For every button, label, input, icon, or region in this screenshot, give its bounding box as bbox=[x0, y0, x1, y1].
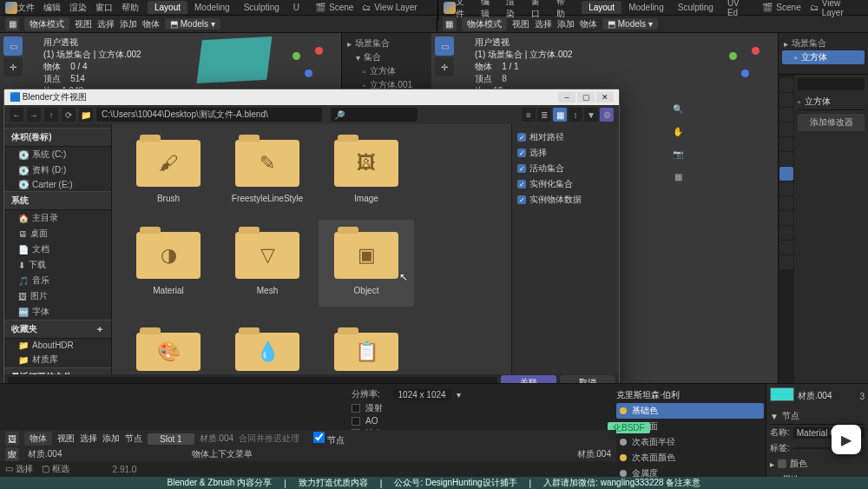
sidebar-section-system[interactable]: 系统 bbox=[4, 191, 111, 210]
mat-users[interactable]: 3 bbox=[859, 392, 865, 401]
tool-select[interactable]: ▭ 选择 bbox=[5, 463, 33, 475]
hdr-view[interactable]: 视图 bbox=[57, 433, 75, 445]
tool-select-box[interactable]: ▭ bbox=[3, 36, 23, 56]
menu-edit[interactable]: 编辑 bbox=[43, 2, 61, 14]
sys-item[interactable]: ⬇ 下载 bbox=[4, 257, 111, 273]
editor-type-icon[interactable]: ▦ bbox=[443, 17, 457, 31]
tool-cursor[interactable]: ✛ bbox=[3, 57, 23, 76]
opt-inst-coll[interactable]: ✓实例化集合 bbox=[517, 176, 614, 192]
max-button[interactable]: ▢ bbox=[577, 92, 595, 102]
nav-back-icon[interactable]: ← bbox=[10, 108, 23, 122]
hdr-node[interactable]: 节点 bbox=[125, 433, 142, 445]
resolution-row[interactable]: 分辨率: 1024 x 1024 ▾ bbox=[352, 387, 482, 401]
hdr-add[interactable]: 添加 bbox=[120, 18, 137, 30]
bake-opt[interactable]: 漫射 bbox=[352, 401, 482, 415]
use-nodes-toggle[interactable] bbox=[313, 432, 325, 443]
path-field[interactable]: C:\Users\10044\Desktop\测试文件-A.blend\ bbox=[96, 108, 322, 122]
mode-dropdown-2[interactable]: 物体模式 bbox=[462, 17, 507, 31]
editor-type-icon[interactable]: 🕸 bbox=[5, 447, 19, 461]
prop-tab-object[interactable] bbox=[779, 152, 793, 166]
prop-tab-constraint[interactable] bbox=[779, 211, 793, 225]
context-menu-link[interactable]: 物体上下文菜单 bbox=[192, 448, 253, 460]
mode-dropdown[interactable]: 物体模式 bbox=[24, 17, 69, 31]
new-folder-icon[interactable]: 📁 bbox=[79, 108, 93, 122]
prop-tab-view[interactable] bbox=[779, 108, 793, 122]
app-menu[interactable]: 文件 编辑 渲染 窗口 帮助 bbox=[17, 2, 139, 14]
tool-box[interactable]: ▢ 框选 bbox=[42, 463, 69, 475]
filter-icon[interactable]: ▼ bbox=[584, 108, 598, 122]
view-list-v-icon[interactable]: ≡ bbox=[522, 108, 536, 122]
viewlayer-selector[interactable]: 🗂 View Layer bbox=[362, 3, 417, 12]
min-button[interactable]: – bbox=[558, 92, 575, 102]
node-section-title[interactable]: 节点 bbox=[782, 410, 799, 422]
camera-icon[interactable]: 📷 bbox=[670, 146, 686, 162]
tab-sculpting[interactable]: Sculpting bbox=[237, 1, 286, 14]
channel-row[interactable]: 次表面半径 bbox=[616, 434, 764, 450]
folder-more-2[interactable]: 💧 bbox=[220, 312, 315, 374]
scene-selector-2[interactable]: 🎬 Scene bbox=[762, 3, 800, 12]
file-grid[interactable]: 🖌Brush ✎FreestyleLineStyle 🖼Image ◑Mater… bbox=[112, 124, 511, 374]
menu-render[interactable]: 渲染 bbox=[69, 2, 87, 14]
folder-more-1[interactable]: 🎨 bbox=[121, 312, 216, 374]
prop-tab-material[interactable] bbox=[779, 241, 793, 254]
volume-item[interactable]: 💽 资料 (D:) bbox=[4, 162, 111, 178]
tab-uv[interactable]: U bbox=[286, 1, 306, 14]
scene-selector[interactable]: 🎬 Scene bbox=[315, 3, 353, 12]
sys-item[interactable]: 🖥 桌面 bbox=[4, 226, 111, 241]
outliner-collection[interactable]: ▾ 集合 bbox=[345, 50, 428, 64]
sys-item[interactable]: 🎵 音乐 bbox=[4, 273, 111, 288]
sidebar-section-volumes[interactable]: 体积(卷标) bbox=[4, 128, 111, 147]
sys-item[interactable]: 🔤 字体 bbox=[4, 304, 111, 320]
sidebar-section-favorites[interactable]: 收藏夹＋ bbox=[4, 320, 111, 339]
hdr-add[interactable]: 添加 bbox=[102, 433, 120, 445]
editor-type-icon[interactable]: 🖼 bbox=[5, 432, 19, 446]
channel-row[interactable]: 次表面颜色 bbox=[616, 450, 764, 466]
tool-cursor[interactable]: ✛ bbox=[435, 57, 454, 76]
floating-action-button[interactable]: ▶ bbox=[832, 425, 861, 454]
prop-tab-texture[interactable] bbox=[779, 255, 793, 269]
opt-inst-obj[interactable]: ✓实例物体数据 bbox=[517, 192, 614, 208]
menu-window[interactable]: 窗口 bbox=[95, 2, 113, 14]
collection-dropdown[interactable]: ⬒ Models ▾ bbox=[165, 18, 220, 30]
prop-tab-particle[interactable] bbox=[779, 182, 793, 195]
volume-item[interactable]: 💽 Carter (E:) bbox=[4, 178, 111, 191]
material-swatch[interactable] bbox=[770, 387, 794, 401]
zoom-icon[interactable]: 🔍 bbox=[670, 101, 686, 116]
file-sidebar[interactable]: 体积(卷标) 💽 系统 (C:) 💽 资料 (D:) 💽 Carter (E:)… bbox=[4, 124, 112, 374]
slot-dropdown[interactable]: Slot 1 bbox=[148, 433, 194, 445]
workspace-tabs-2[interactable]: Layout Modeling Sculpting UV Ed bbox=[582, 0, 753, 19]
folder-object[interactable]: ▣Object bbox=[319, 220, 414, 307]
mode-dd[interactable]: 物体 bbox=[24, 432, 52, 446]
prop-tab-modifier[interactable] bbox=[779, 167, 793, 181]
folder-freestyle[interactable]: ✎FreestyleLineStyle bbox=[220, 128, 315, 215]
prop-tab-data[interactable] bbox=[779, 226, 793, 240]
outliner-item-2[interactable]: ▫ 立方体 bbox=[782, 50, 865, 64]
color-section[interactable]: 颜色 bbox=[790, 458, 807, 470]
bake-opt[interactable]: AO bbox=[352, 415, 482, 426]
editor-type-icon[interactable]: ▦ bbox=[5, 17, 19, 31]
fav-item[interactable]: 📁 材质库 bbox=[4, 352, 111, 367]
sys-item[interactable]: 🖼 图片 bbox=[4, 288, 111, 304]
menu-file[interactable]: 文件 bbox=[17, 2, 35, 14]
hdr-select[interactable]: 选择 bbox=[80, 433, 97, 445]
grid-icon[interactable]: ▦ bbox=[670, 169, 686, 184]
prop-tab-scene[interactable] bbox=[779, 122, 793, 136]
prop-tab-physics[interactable] bbox=[779, 196, 793, 210]
menu-help[interactable]: 帮助 bbox=[122, 2, 139, 14]
folder-material[interactable]: ◑Material bbox=[121, 220, 216, 307]
prop-tab-output[interactable] bbox=[779, 93, 793, 107]
prop-tab-render[interactable] bbox=[779, 78, 793, 92]
modal-titlebar[interactable]: 🟦 Blender文件视图 – ▢ ✕ bbox=[4, 89, 619, 105]
close-button[interactable]: ✕ bbox=[596, 92, 614, 102]
property-search[interactable] bbox=[798, 78, 865, 90]
sys-item[interactable]: 📄 文档 bbox=[4, 241, 111, 257]
prop-tab-world[interactable] bbox=[779, 137, 793, 151]
opt-relpath[interactable]: ✓相对路径 bbox=[517, 129, 614, 145]
hand-icon[interactable]: ✋ bbox=[670, 123, 686, 139]
sort-icon[interactable]: ↕ bbox=[569, 108, 582, 122]
view-thumb-icon[interactable]: ▦ bbox=[553, 108, 567, 122]
sidebar-section-recent[interactable]: 最近打开的文件 bbox=[4, 367, 111, 374]
fav-item[interactable]: 📁 AboutHDR bbox=[4, 339, 111, 352]
tab-modeling[interactable]: Modeling bbox=[187, 1, 237, 14]
volume-item[interactable]: 💽 系统 (C:) bbox=[4, 147, 111, 162]
